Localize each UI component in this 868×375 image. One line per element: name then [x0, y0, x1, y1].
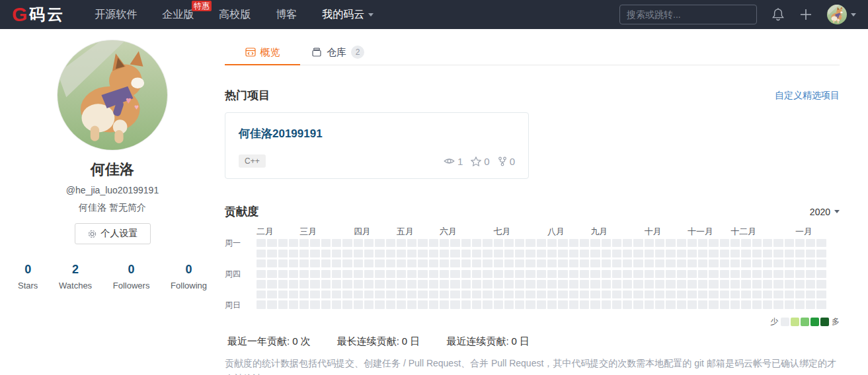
heatmap-cell — [407, 239, 416, 247]
heatmap-cell — [515, 270, 524, 278]
navbar-right — [619, 5, 856, 24]
project-card: 何佳洛20199191 C++ 1 — [225, 112, 529, 179]
heatmap-cell — [688, 259, 697, 267]
heatmap-cell — [375, 250, 384, 257]
heatmap-cell — [709, 280, 718, 288]
heatmap-cell — [267, 270, 276, 278]
heatmap-legend: 少 多 — [225, 316, 840, 327]
heatmap-cell — [698, 250, 707, 257]
heatmap-cell — [342, 290, 352, 298]
heatmap-cell — [450, 300, 459, 308]
nav-item-2[interactable]: 高校版 — [206, 0, 263, 29]
year-selector[interactable]: 2020 — [810, 207, 840, 217]
notifications-bell-icon[interactable] — [771, 7, 785, 22]
heatmap-cell — [526, 259, 535, 267]
heatmap-cell — [752, 239, 762, 247]
tab-repositories[interactable]: 仓库 2 — [300, 40, 375, 65]
heatmap-cell — [418, 300, 427, 308]
heatmap-cell — [537, 290, 546, 298]
heatmap-cell — [483, 270, 492, 278]
heatmap-cell — [429, 259, 438, 267]
heatmap-cell — [354, 290, 363, 298]
legend-less-label: 少 — [770, 316, 778, 327]
heatmap-cell — [569, 259, 578, 267]
stat-followers[interactable]: 0Followers — [113, 263, 150, 290]
day-slot — [225, 250, 256, 260]
profile-avatar[interactable] — [57, 40, 168, 151]
stat-stars[interactable]: 0Stars — [18, 263, 38, 290]
fork-counter[interactable]: 0 — [498, 156, 515, 167]
star-icon — [471, 156, 481, 166]
heatmap-cell — [278, 250, 288, 257]
heatmap-cell — [440, 300, 449, 308]
heatmap-cell — [461, 270, 471, 278]
language-tag[interactable]: C++ — [239, 154, 266, 168]
gitee-logo[interactable]: G 码云 — [12, 4, 65, 25]
heatmap-cell — [785, 280, 794, 288]
heatmap-cell — [655, 300, 664, 308]
heatmap-cell — [569, 239, 578, 247]
heatmap-cell — [806, 300, 815, 308]
heatmap-cell — [321, 239, 331, 247]
heatmap-cell — [709, 270, 718, 278]
heatmap-cell — [547, 239, 557, 247]
heatmap-cell — [580, 239, 589, 247]
heatmap-cell — [321, 259, 331, 267]
nav-item-1[interactable]: 企业版特惠 — [149, 0, 206, 29]
user-avatar[interactable] — [827, 5, 856, 24]
heatmap-cell — [332, 239, 341, 247]
heatmap-cell — [461, 239, 471, 247]
heatmap-cell — [440, 250, 449, 257]
heatmap-cell — [741, 259, 750, 267]
month-label: 四月 — [354, 226, 371, 238]
heatmap-cell — [806, 250, 815, 257]
nav-item-4[interactable]: 我的码云 — [309, 0, 386, 29]
nav-item-3[interactable]: 博客 — [263, 0, 309, 29]
heatmap-cell — [386, 300, 395, 308]
heatmap-cell — [569, 270, 578, 278]
year-value: 2020 — [810, 207, 830, 217]
nav-item-0[interactable]: 开源软件 — [82, 0, 149, 29]
heatmap-cell — [602, 280, 611, 288]
heatmap-cell — [429, 300, 438, 308]
heatmap-cell — [547, 290, 557, 298]
stat-following[interactable]: 0Following — [171, 263, 207, 290]
stat-watches[interactable]: 2Watches — [59, 263, 92, 290]
heatmap-cell — [364, 270, 374, 278]
heatmap-cell — [645, 270, 654, 278]
star-counter[interactable]: 0 — [471, 156, 489, 167]
repos-count-badge: 2 — [351, 46, 364, 59]
heatmap-cell — [590, 259, 600, 267]
heatmap-cell — [547, 259, 557, 267]
watch-count: 1 — [457, 156, 463, 167]
watch-counter[interactable]: 1 — [444, 156, 463, 167]
heatmap-cell — [763, 259, 772, 267]
heatmap-cell — [386, 250, 395, 257]
legend-swatch — [791, 318, 799, 326]
heatmap-cell — [698, 239, 707, 247]
heatmap-cell — [472, 239, 481, 247]
tab-overview[interactable]: 概览 — [225, 40, 300, 65]
heatmap-cell — [256, 250, 266, 257]
customize-featured-link[interactable]: 自定义精选项目 — [775, 90, 840, 102]
heatmap-cell — [450, 270, 459, 278]
heatmap-cell — [816, 280, 826, 288]
heatmap-cell — [494, 270, 503, 278]
project-link[interactable]: 何佳洛20199191 — [239, 126, 515, 141]
heatmap-cell — [332, 280, 341, 288]
heatmap-cell — [730, 259, 740, 267]
heatmap-cell — [375, 280, 384, 288]
heatmap-cell — [289, 239, 298, 247]
repository-box-icon — [311, 47, 322, 57]
heatmap-cell — [321, 270, 331, 278]
personal-settings-button[interactable]: 个人设置 — [75, 223, 151, 244]
heatmap-cell — [267, 290, 276, 298]
heatmap-cell — [289, 250, 298, 257]
heatmap-cell — [354, 270, 363, 278]
create-plus-icon[interactable] — [799, 8, 812, 21]
heatmap-cell — [633, 259, 643, 267]
heatmap-cell — [730, 290, 740, 298]
heatmap-cell — [666, 270, 675, 278]
heatmap-cell — [602, 250, 611, 257]
search-input[interactable] — [619, 5, 757, 24]
